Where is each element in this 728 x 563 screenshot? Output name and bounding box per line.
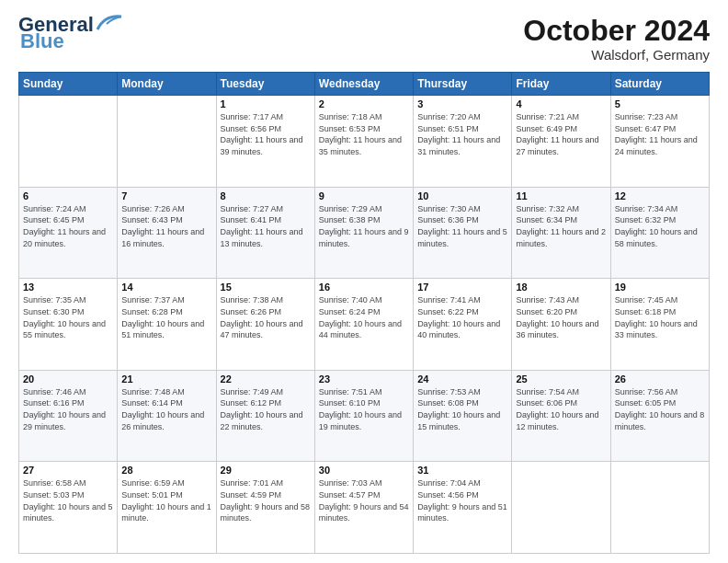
calendar-cell: 21Sunrise: 7:48 AM Sunset: 6:14 PM Dayli… [118, 370, 216, 462]
day-number: 15 [221, 282, 311, 293]
day-number: 8 [221, 190, 311, 201]
day-info: Sunrise: 7:40 AM Sunset: 6:24 PM Dayligh… [319, 294, 409, 340]
calendar-cell: 29Sunrise: 7:01 AM Sunset: 4:59 PM Dayli… [216, 462, 314, 554]
day-info: Sunrise: 7:45 AM Sunset: 6:18 PM Dayligh… [615, 294, 705, 340]
day-number: 21 [121, 373, 211, 385]
day-info: Sunrise: 7:56 AM Sunset: 6:05 PM Dayligh… [615, 386, 705, 432]
calendar-cell: 13Sunrise: 7:35 AM Sunset: 6:30 PM Dayli… [19, 279, 118, 371]
calendar-cell: 25Sunrise: 7:54 AM Sunset: 6:06 PM Dayli… [512, 370, 610, 462]
weekday-header-wednesday: Wednesday [314, 73, 413, 96]
day-info: Sunrise: 7:03 AM Sunset: 4:57 PM Dayligh… [319, 477, 409, 523]
calendar-week-row: 13Sunrise: 7:35 AM Sunset: 6:30 PM Dayli… [19, 279, 710, 371]
month-title: October 2024 [523, 15, 710, 47]
calendar-cell: 31Sunrise: 7:04 AM Sunset: 4:56 PM Dayli… [414, 462, 512, 554]
day-number: 13 [23, 282, 113, 293]
day-number: 4 [516, 98, 606, 109]
calendar-cell: 10Sunrise: 7:30 AM Sunset: 6:36 PM Dayli… [414, 187, 512, 279]
day-info: Sunrise: 7:04 AM Sunset: 4:56 PM Dayligh… [417, 477, 507, 523]
location: Walsdorf, Germany [523, 47, 710, 63]
calendar-cell: 3Sunrise: 7:20 AM Sunset: 6:51 PM Daylig… [414, 96, 512, 188]
day-info: Sunrise: 7:53 AM Sunset: 6:08 PM Dayligh… [417, 386, 507, 432]
day-info: Sunrise: 7:35 AM Sunset: 6:30 PM Dayligh… [23, 294, 113, 340]
day-number: 19 [615, 282, 705, 293]
calendar-cell: 9Sunrise: 7:29 AM Sunset: 6:38 PM Daylig… [314, 187, 413, 279]
day-number: 16 [319, 282, 409, 293]
day-number: 23 [319, 373, 409, 385]
calendar-cell: 12Sunrise: 7:34 AM Sunset: 6:32 PM Dayli… [610, 187, 709, 279]
day-number: 9 [319, 190, 409, 201]
weekday-header-monday: Monday [118, 73, 216, 96]
day-info: Sunrise: 7:21 AM Sunset: 6:49 PM Dayligh… [516, 111, 606, 157]
day-number: 28 [121, 465, 211, 476]
calendar-header-row: SundayMondayTuesdayWednesdayThursdayFrid… [19, 73, 710, 96]
calendar-cell: 1Sunrise: 7:17 AM Sunset: 6:56 PM Daylig… [216, 96, 314, 188]
day-info: Sunrise: 7:43 AM Sunset: 6:20 PM Dayligh… [516, 294, 606, 340]
day-number: 18 [516, 282, 606, 293]
day-number: 2 [319, 98, 409, 109]
day-number: 27 [23, 465, 113, 476]
calendar-cell: 27Sunrise: 6:58 AM Sunset: 5:03 PM Dayli… [19, 462, 118, 554]
weekday-header-sunday: Sunday [19, 73, 118, 96]
day-info: Sunrise: 7:01 AM Sunset: 4:59 PM Dayligh… [221, 477, 311, 523]
day-info: Sunrise: 7:49 AM Sunset: 6:12 PM Dayligh… [221, 386, 311, 432]
calendar-cell: 20Sunrise: 7:46 AM Sunset: 6:16 PM Dayli… [19, 370, 118, 462]
day-number: 5 [615, 98, 705, 109]
calendar-cell [19, 96, 118, 188]
day-info: Sunrise: 7:32 AM Sunset: 6:34 PM Dayligh… [516, 203, 606, 249]
day-number: 3 [417, 98, 507, 109]
page: General Blue October 2024 Walsdorf, Germ… [0, 0, 728, 563]
day-info: Sunrise: 7:26 AM Sunset: 6:43 PM Dayligh… [121, 203, 211, 249]
calendar-cell: 30Sunrise: 7:03 AM Sunset: 4:57 PM Dayli… [314, 462, 413, 554]
calendar-week-row: 6Sunrise: 7:24 AM Sunset: 6:45 PM Daylig… [19, 187, 710, 279]
calendar-week-row: 27Sunrise: 6:58 AM Sunset: 5:03 PM Dayli… [19, 462, 710, 554]
calendar-week-row: 1Sunrise: 7:17 AM Sunset: 6:56 PM Daylig… [19, 96, 710, 188]
day-info: Sunrise: 7:27 AM Sunset: 6:41 PM Dayligh… [221, 203, 311, 249]
title-block: October 2024 Walsdorf, Germany [523, 15, 710, 63]
header: General Blue October 2024 Walsdorf, Germ… [18, 15, 710, 63]
day-number: 26 [615, 373, 705, 385]
weekday-header-saturday: Saturday [610, 73, 709, 96]
logo-blue: Blue [18, 29, 64, 53]
day-info: Sunrise: 7:41 AM Sunset: 6:22 PM Dayligh… [417, 294, 507, 340]
calendar-cell: 6Sunrise: 7:24 AM Sunset: 6:45 PM Daylig… [19, 187, 118, 279]
day-number: 11 [516, 190, 606, 201]
day-info: Sunrise: 7:51 AM Sunset: 6:10 PM Dayligh… [319, 386, 409, 432]
day-info: Sunrise: 7:38 AM Sunset: 6:26 PM Dayligh… [221, 294, 311, 340]
calendar-cell: 8Sunrise: 7:27 AM Sunset: 6:41 PM Daylig… [216, 187, 314, 279]
day-number: 12 [615, 190, 705, 201]
day-number: 29 [221, 465, 311, 476]
calendar-cell: 23Sunrise: 7:51 AM Sunset: 6:10 PM Dayli… [314, 370, 413, 462]
calendar-cell: 5Sunrise: 7:23 AM Sunset: 6:47 PM Daylig… [610, 96, 709, 188]
day-number: 25 [516, 373, 606, 385]
calendar-cell: 17Sunrise: 7:41 AM Sunset: 6:22 PM Dayli… [414, 279, 512, 371]
day-info: Sunrise: 7:17 AM Sunset: 6:56 PM Dayligh… [221, 111, 311, 157]
calendar-cell: 2Sunrise: 7:18 AM Sunset: 6:53 PM Daylig… [314, 96, 413, 188]
day-number: 22 [221, 373, 311, 385]
day-number: 6 [23, 190, 113, 201]
calendar-cell [610, 462, 709, 554]
day-number: 17 [417, 282, 507, 293]
day-number: 14 [121, 282, 211, 293]
logo: General Blue [18, 15, 123, 53]
calendar-cell [118, 96, 216, 188]
weekday-header-thursday: Thursday [414, 73, 512, 96]
logo-wing-icon [96, 13, 123, 33]
calendar-cell: 14Sunrise: 7:37 AM Sunset: 6:28 PM Dayli… [118, 279, 216, 371]
day-number: 24 [417, 373, 507, 385]
calendar-table: SundayMondayTuesdayWednesdayThursdayFrid… [18, 72, 710, 554]
calendar-cell: 7Sunrise: 7:26 AM Sunset: 6:43 PM Daylig… [118, 187, 216, 279]
day-info: Sunrise: 7:23 AM Sunset: 6:47 PM Dayligh… [615, 111, 705, 157]
day-info: Sunrise: 6:59 AM Sunset: 5:01 PM Dayligh… [121, 477, 211, 523]
calendar-cell: 18Sunrise: 7:43 AM Sunset: 6:20 PM Dayli… [512, 279, 610, 371]
calendar-cell: 16Sunrise: 7:40 AM Sunset: 6:24 PM Dayli… [314, 279, 413, 371]
day-info: Sunrise: 7:48 AM Sunset: 6:14 PM Dayligh… [121, 386, 211, 432]
day-number: 31 [417, 465, 507, 476]
calendar-cell: 11Sunrise: 7:32 AM Sunset: 6:34 PM Dayli… [512, 187, 610, 279]
calendar-cell: 22Sunrise: 7:49 AM Sunset: 6:12 PM Dayli… [216, 370, 314, 462]
calendar-cell: 26Sunrise: 7:56 AM Sunset: 6:05 PM Dayli… [610, 370, 709, 462]
calendar-cell [512, 462, 610, 554]
day-number: 20 [23, 373, 113, 385]
day-info: Sunrise: 6:58 AM Sunset: 5:03 PM Dayligh… [23, 477, 113, 523]
day-number: 30 [319, 465, 409, 476]
calendar-cell: 19Sunrise: 7:45 AM Sunset: 6:18 PM Dayli… [610, 279, 709, 371]
